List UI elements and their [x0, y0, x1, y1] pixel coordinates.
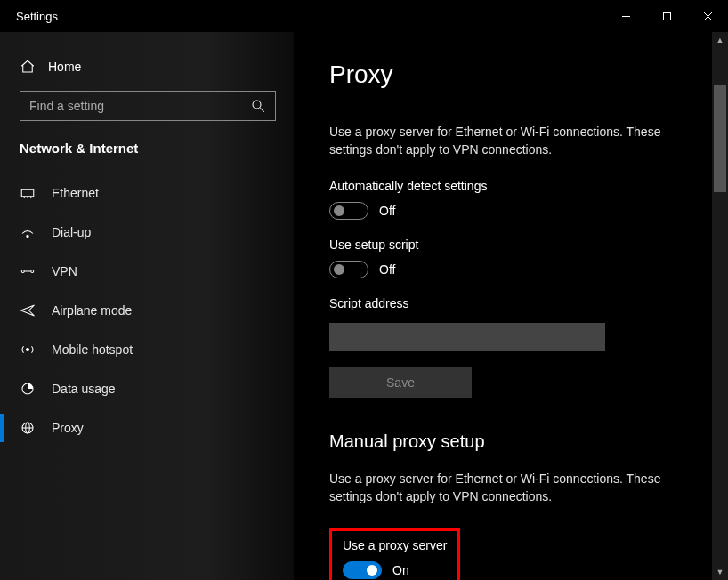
svg-rect-6: [21, 189, 34, 197]
use-script-state: Off: [379, 262, 395, 277]
proxy-icon: [20, 420, 36, 436]
home-label: Home: [48, 60, 81, 74]
scroll-up-arrow[interactable]: ▲: [712, 32, 728, 48]
scroll-thumb[interactable]: [714, 85, 726, 192]
svg-point-11: [21, 270, 24, 273]
sidebar-item-vpn[interactable]: VPN: [12, 252, 283, 291]
auto-proxy-description: Use a proxy server for Ethernet or Wi-Fi…: [329, 123, 692, 159]
airplane-icon: [20, 302, 36, 318]
auto-detect-state: Off: [379, 204, 395, 218]
svg-point-10: [27, 235, 28, 237]
content-pane: Proxy Use a proxy server for Ethernet or…: [294, 32, 728, 580]
minimize-button[interactable]: [605, 2, 646, 30]
sidebar-item-label: Data usage: [52, 382, 116, 396]
svg-point-12: [31, 270, 34, 273]
sidebar-item-hotspot[interactable]: Mobile hotspot: [12, 330, 283, 369]
sidebar-item-label: Ethernet: [52, 186, 99, 200]
sidebar-item-label: Airplane mode: [52, 303, 132, 318]
close-button[interactable]: [687, 2, 728, 30]
sidebar-item-dialup[interactable]: Dial-up: [12, 213, 283, 252]
dialup-icon: [20, 224, 36, 240]
script-address-label: Script address: [329, 296, 692, 310]
sidebar-item-airplane[interactable]: Airplane mode: [12, 291, 283, 330]
home-icon: [20, 59, 36, 75]
sidebar-item-label: Mobile hotspot: [52, 342, 133, 357]
window-title: Settings: [16, 10, 58, 23]
vpn-icon: [20, 263, 36, 279]
auto-detect-label: Automatically detect settings: [329, 179, 692, 193]
highlight-annotation: Use a proxy server On: [329, 528, 460, 580]
window-controls: [605, 2, 728, 30]
datausage-icon: [20, 381, 36, 397]
use-proxy-label: Use a proxy server: [336, 538, 447, 552]
ethernet-icon: [20, 185, 36, 201]
manual-proxy-description: Use a proxy server for Ethernet or Wi-Fi…: [329, 470, 692, 506]
use-script-toggle[interactable]: [329, 261, 368, 278]
svg-rect-1: [663, 12, 670, 20]
search-input[interactable]: [29, 99, 250, 113]
home-link[interactable]: Home: [12, 52, 283, 91]
sidebar-item-proxy[interactable]: Proxy: [12, 408, 283, 447]
svg-point-4: [253, 101, 261, 109]
sidebar-item-ethernet[interactable]: Ethernet: [12, 173, 283, 213]
hotspot-icon: [20, 342, 36, 358]
sidebar-item-label: VPN: [52, 264, 77, 278]
sidebar-item-label: Dial-up: [52, 225, 91, 239]
search-box[interactable]: [20, 91, 276, 121]
svg-line-5: [260, 108, 264, 112]
title-bar: Settings: [0, 0, 728, 32]
manual-setup-heading: Manual proxy setup: [329, 431, 692, 452]
sidebar-item-label: Proxy: [52, 421, 84, 435]
svg-point-14: [27, 349, 29, 351]
category-heading: Network & Internet: [12, 141, 283, 173]
vertical-scrollbar[interactable]: ▲ ▼: [712, 32, 728, 580]
maximize-button[interactable]: [646, 2, 687, 30]
use-proxy-toggle[interactable]: [343, 561, 382, 579]
use-script-label: Use setup script: [329, 238, 692, 252]
page-title: Proxy: [329, 60, 692, 89]
sidebar-item-datausage[interactable]: Data usage: [12, 369, 283, 408]
save-button[interactable]: Save: [329, 367, 472, 398]
use-proxy-state: On: [392, 563, 409, 577]
search-icon: [250, 98, 266, 114]
script-address-input[interactable]: [329, 323, 605, 351]
scroll-down-arrow[interactable]: ▼: [712, 564, 728, 580]
sidebar: Home Network & Internet Ethernet Dial-up…: [0, 32, 294, 580]
auto-detect-toggle[interactable]: [329, 202, 368, 220]
